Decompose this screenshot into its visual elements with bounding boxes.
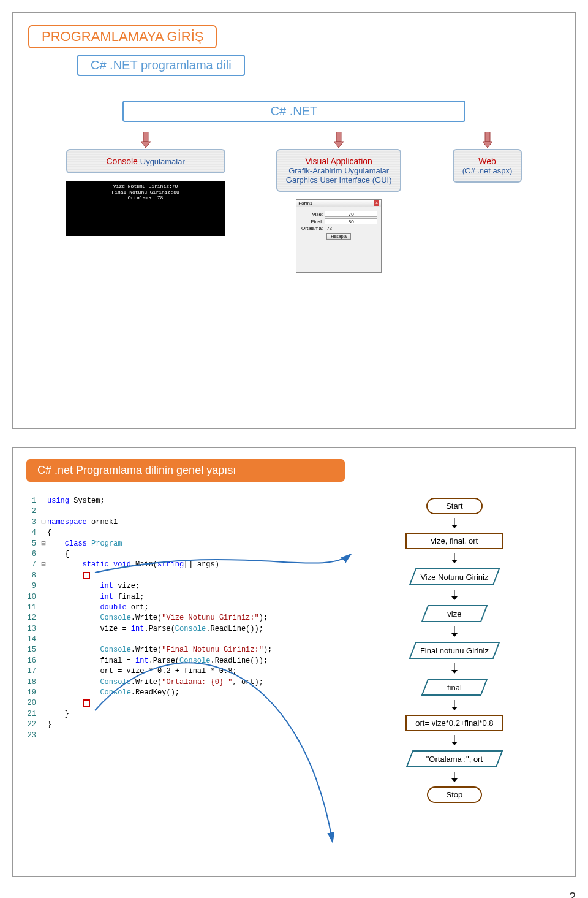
slide2-title: C# .net Programlama dilinin genel yapısı	[26, 459, 345, 482]
code-panel: 1using System;23⊟namespace ornek14{5⊟ cl…	[26, 493, 336, 803]
code-line: 2	[26, 506, 336, 517]
svg-rect-0	[143, 132, 148, 142]
web-l2: (C# .net aspx)	[462, 166, 513, 175]
svg-marker-3	[334, 142, 344, 148]
web-l1: Web	[462, 156, 513, 166]
console-l1: Console	[106, 156, 137, 166]
csnet-header: C# .NET	[123, 101, 466, 122]
flow-arrow-icon	[450, 518, 459, 529]
console-l2: Uygulamalar	[140, 157, 185, 166]
flow-prompt2: Final notunu Giriniz	[409, 641, 500, 660]
code-line: 7⊟ static void Main(string[] args)	[26, 560, 336, 570]
form-calc-btn: Hesapla	[326, 233, 351, 240]
code-line: 17 ort = vize * 0.2 + final * 0.8;	[26, 666, 336, 677]
svg-marker-9	[451, 560, 458, 563]
code-line: 21 }	[26, 709, 336, 720]
form-final-val: 80	[325, 218, 377, 224]
form-title: Form1	[298, 200, 312, 206]
arrow-down-icon	[332, 132, 345, 149]
form-thumbnail: Form1× Vize:70 Final:80 Ortalama:73 Hesa…	[296, 199, 382, 273]
web-box: Web (C# .net aspx)	[453, 149, 522, 183]
flow-arrow-icon	[450, 553, 459, 564]
console-box: Console Uygulamalar	[66, 149, 225, 173]
flow-calc: ort= vize*0.2+final*0.8	[405, 715, 503, 731]
form-vize-val: 70	[325, 211, 377, 217]
page-title: PROGRAMLAMAYA GİRİŞ	[28, 25, 217, 48]
page-number: 2	[569, 890, 576, 898]
code-line: 16 final = int.Parse(Console.ReadLine())…	[26, 656, 336, 666]
code-line: 6 {	[26, 549, 336, 560]
svg-rect-4	[485, 132, 490, 142]
flow-arrow-icon	[450, 590, 459, 601]
code-line: 10 int final;	[26, 592, 336, 603]
visual-l2b: Garphics User Interface (GUI)	[286, 175, 392, 185]
flow-out: "Ortalama :", ort	[405, 750, 503, 768]
code-line: 20	[26, 698, 336, 709]
console-thumbnail: Vize Notunu Giriniz:70 Final Notunu Giri…	[66, 181, 225, 236]
arrow-down-icon	[139, 132, 153, 149]
visual-box: Visual Application Grafik-Arabirim Uygul…	[276, 149, 402, 192]
flow-start: Start	[426, 498, 482, 514]
code-line: 18 Console.Write("Ortalama: {0} ", ort);	[26, 677, 336, 688]
code-line: 1using System;	[26, 496, 336, 506]
svg-marker-12	[451, 596, 458, 600]
code-line: 14	[26, 634, 336, 645]
flow-arrow-icon	[450, 626, 459, 637]
flow-arrow-icon	[450, 772, 459, 783]
form-vize-lbl: Vize:	[300, 211, 325, 217]
code-line: 4{	[26, 528, 336, 538]
svg-marker-23	[451, 742, 458, 745]
code-line: 15 Console.Write("Final Notunu Giriniz:"…	[26, 645, 336, 655]
flow-arrow-icon	[450, 700, 459, 711]
flowchart: Start vize, final, ort Vize Notunu Girin…	[347, 493, 562, 803]
flow-io2: final	[421, 678, 488, 696]
slide-1: PROGRAMLAMAYA GİRİŞ C# .NET programlama …	[12, 12, 576, 429]
flow-stop: Stop	[427, 786, 483, 803]
code-line: 8	[26, 571, 336, 581]
code-line: 19 Console.ReadKey();	[26, 688, 336, 698]
code-line: 5⊟ class Program	[26, 539, 336, 549]
arrow-row: Console Uygulamalar Vize Notunu Giriniz:…	[28, 134, 560, 273]
flow-decl: vize, final, ort	[405, 533, 503, 549]
svg-marker-15	[451, 633, 458, 637]
form-ort-lbl: Ortalama:	[300, 226, 325, 231]
visual-l2a: Grafik-Arabirim Uygulamalar	[286, 166, 392, 175]
code-line: 12 Console.Write("Vize Notunu Giriniz:")…	[26, 613, 336, 623]
flow-prompt1: Vize Notunu Giriniz	[409, 568, 500, 586]
svg-rect-2	[336, 132, 341, 142]
close-icon: ×	[374, 200, 379, 206]
form-final-lbl: Final:	[300, 219, 325, 224]
arrow-down-icon	[481, 132, 494, 149]
code-line: 23	[26, 731, 336, 741]
slide-2: C# .net Programlama dilinin genel yapısı…	[12, 447, 576, 877]
svg-marker-5	[483, 142, 492, 148]
form-ort-val: 73	[325, 226, 332, 231]
svg-marker-1	[141, 142, 151, 148]
svg-marker-21	[451, 707, 458, 710]
code-line: 13 vize = int.Parse(Console.ReadLine());	[26, 624, 336, 634]
subtitle: C# .NET programlama dili	[77, 55, 245, 76]
code-line: 3⊟namespace ornek1	[26, 517, 336, 528]
flow-arrow-icon	[450, 663, 459, 674]
code-line: 9 int vize;	[26, 581, 336, 592]
code-line: 11 double ort;	[26, 603, 336, 613]
visual-l1: Visual Application	[286, 156, 392, 166]
code-line: 22}	[26, 720, 336, 730]
flow-io1: vize	[421, 604, 488, 623]
svg-marker-18	[451, 670, 458, 674]
svg-marker-7	[451, 525, 458, 528]
svg-marker-26	[451, 778, 458, 782]
flow-arrow-icon	[450, 735, 459, 746]
